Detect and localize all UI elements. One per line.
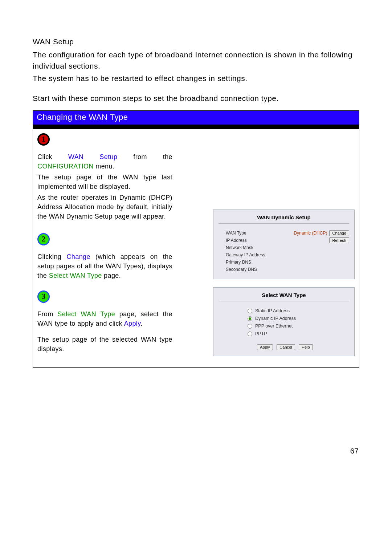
gateway-label: Gateway IP Address bbox=[226, 252, 265, 259]
steps-column: 1 Click WAN Setup from the CONFIGURATION… bbox=[37, 133, 179, 361]
text: from the bbox=[117, 153, 172, 160]
change-link-text: Change bbox=[66, 253, 90, 260]
wan-dynamic-setup-title: WAN Dynamic Setup bbox=[219, 214, 349, 220]
step3-line1: From Select WAN Type page, select the WA… bbox=[37, 309, 172, 328]
section-title: WAN Setup bbox=[33, 36, 359, 47]
wan-type-actions: Apply Cancel Help bbox=[219, 343, 349, 350]
change-button[interactable]: Change bbox=[329, 230, 349, 236]
intro-paragraph-2: The system has to be restarted to effect… bbox=[33, 73, 359, 84]
step3-line2: The setup page of the selected WAN type … bbox=[37, 335, 172, 354]
primary-dns-label: Primary DNS bbox=[226, 259, 275, 266]
intro-paragraph-3: Start with these common steps to set the… bbox=[33, 93, 359, 104]
step2-line1: Clicking Change (which appears on the se… bbox=[37, 252, 172, 280]
radio-dynamic-ip[interactable]: Dynamic IP Address bbox=[248, 315, 296, 322]
select-wan-type-text: Select WAN Type bbox=[49, 272, 102, 279]
configuration-menu-text: CONFIGURATION bbox=[37, 163, 94, 170]
step1-line1: Click WAN Setup from the CONFIGURATION m… bbox=[37, 152, 172, 171]
spacer bbox=[179, 133, 355, 210]
radio-pptp[interactable]: PPTP bbox=[248, 330, 267, 338]
text: Clicking bbox=[37, 253, 66, 260]
ip-address-label: IP Address bbox=[226, 237, 275, 244]
wan-dynamic-setup-screenshot: WAN Dynamic Setup WAN Type Dynamic (DHCP… bbox=[213, 210, 355, 279]
wan-dynamic-table: WAN Type Dynamic (DHCP) Change IP Addres… bbox=[219, 229, 349, 273]
wan-setup-link-text: WAN Setup bbox=[68, 153, 117, 160]
wan-type-radio-list: Static IP Address Dynamic IP Address PPP… bbox=[248, 307, 320, 338]
radio-label: PPTP bbox=[255, 331, 267, 337]
page-number: 67 bbox=[350, 447, 359, 455]
divider bbox=[219, 301, 349, 301]
radio-static-ip[interactable]: Static IP Address bbox=[248, 307, 290, 315]
step1-line2: The setup page of the WAN type last impl… bbox=[37, 172, 172, 191]
radio-icon bbox=[248, 309, 252, 313]
panel-body: 1 Click WAN Setup from the CONFIGURATION… bbox=[33, 129, 359, 367]
cancel-button[interactable]: Cancel bbox=[277, 344, 295, 350]
secondary-dns-label: Secondary DNS bbox=[226, 266, 275, 273]
row-secondary-dns: Secondary DNS bbox=[226, 266, 349, 273]
radio-icon bbox=[248, 332, 252, 336]
apply-button[interactable]: Apply bbox=[257, 344, 273, 350]
step-badge-3: 3 bbox=[37, 290, 50, 303]
row-gateway: Gateway IP Address bbox=[226, 251, 349, 259]
panel-header-underline bbox=[33, 125, 359, 129]
divider bbox=[219, 223, 349, 224]
step-badge-1: 1 bbox=[37, 133, 50, 146]
screenshots-column: WAN Dynamic Setup WAN Type Dynamic (DHCP… bbox=[179, 133, 355, 361]
row-wan-type: WAN Type Dynamic (DHCP) Change bbox=[226, 229, 349, 237]
radio-label: PPP over Ethernet bbox=[255, 324, 293, 329]
radio-pppoe[interactable]: PPP over Ethernet bbox=[248, 322, 293, 330]
select-wan-type-screenshot: Select WAN Type Static IP Address Dynami… bbox=[213, 287, 355, 356]
select-wan-type-text: Select WAN Type bbox=[57, 310, 115, 318]
text: . bbox=[140, 320, 142, 327]
panel-header: Changing the WAN Type bbox=[33, 110, 359, 125]
step-badge-2: 2 bbox=[37, 233, 50, 245]
text: Click bbox=[37, 153, 68, 160]
intro-paragraph-1: The configuration for each type of broad… bbox=[33, 49, 359, 72]
refresh-button[interactable]: Refresh bbox=[329, 237, 349, 243]
step-1: 1 Click WAN Setup from the CONFIGURATION… bbox=[37, 133, 172, 221]
step1-line3: As the router operates in Dynamic (DHCP)… bbox=[37, 193, 172, 221]
row-network-mask: Network Mask bbox=[226, 244, 349, 251]
radio-icon bbox=[248, 316, 252, 321]
row-primary-dns: Primary DNS bbox=[226, 259, 349, 266]
network-mask-label: Network Mask bbox=[226, 244, 275, 251]
step-2: 2 Clicking Change (which appears on the … bbox=[37, 233, 172, 280]
step-3: 3 From Select WAN Type page, select the … bbox=[37, 290, 172, 354]
select-wan-type-title: Select WAN Type bbox=[219, 292, 349, 298]
intro-block: WAN Setup The configuration for each typ… bbox=[33, 36, 359, 104]
text: page. bbox=[102, 272, 121, 279]
wan-type-label: WAN Type bbox=[226, 230, 275, 237]
help-button[interactable]: Help bbox=[299, 344, 313, 350]
apply-link-text: Apply bbox=[124, 320, 141, 327]
page: WAN Setup The configuration for each typ… bbox=[0, 0, 392, 557]
wan-type-value: Dynamic (DHCP) bbox=[294, 230, 327, 237]
text: From bbox=[37, 310, 57, 318]
radio-label: Dynamic IP Address bbox=[255, 316, 296, 321]
text: menu. bbox=[94, 163, 114, 170]
instruction-panel: Changing the WAN Type 1 Click WAN Setup … bbox=[33, 110, 359, 368]
row-ip-address: IP Address Refresh bbox=[226, 237, 349, 244]
radio-icon bbox=[248, 324, 252, 329]
radio-label: Static IP Address bbox=[255, 308, 290, 314]
